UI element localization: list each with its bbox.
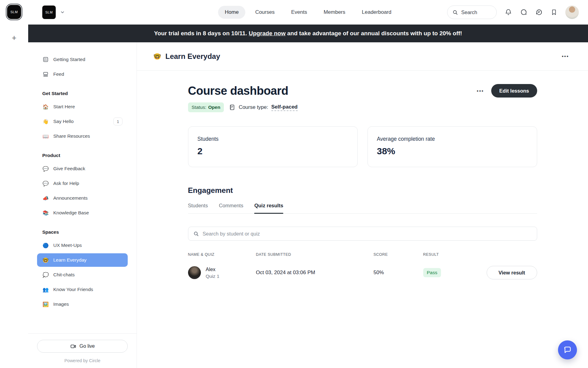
space-options-menu[interactable]: ••• [562, 54, 569, 59]
student-avatar [188, 266, 201, 279]
search-button[interactable]: Search [447, 6, 497, 19]
status-label: Status: [192, 105, 206, 110]
sidebar-item-label: Ask for Help [53, 181, 79, 186]
sidebar-item-learn-everyday[interactable]: 🤓 Learn Everyday [37, 253, 128, 267]
course-options-menu[interactable]: ••• [477, 88, 484, 94]
sidebar-item-getting-started[interactable]: Getting Started [37, 53, 128, 66]
go-live-label: Go live [80, 343, 95, 349]
engagement-title: Engagement [188, 186, 537, 195]
chevron-down-icon[interactable] [60, 10, 65, 15]
chat-bubble-icon [563, 346, 572, 354]
stat-card-completion-rate: Average completion rate 38% [368, 126, 537, 167]
nav-events[interactable]: Events [285, 6, 314, 19]
notifications-bell-icon[interactable] [505, 9, 512, 16]
activity-assistant-icon[interactable] [535, 9, 543, 16]
upgrade-now-link[interactable]: Upgrade now [249, 30, 285, 37]
search-label: Search [461, 10, 477, 15]
course-type-value[interactable]: Self-paced [271, 104, 298, 111]
user-avatar[interactable] [565, 6, 579, 19]
search-icon [193, 231, 199, 237]
community-logo[interactable]: SLM [42, 6, 56, 19]
edit-lessons-button[interactable]: Edit lessons [491, 84, 537, 98]
bookmark-icon[interactable] [551, 9, 557, 16]
speech-bubble-emoji-icon: 💬 [42, 181, 49, 186]
sidebar-item-label: Share Resources [53, 133, 90, 139]
app-root: SLM + SLM Home Courses Events Members Le… [0, 0, 588, 368]
student-name: Alex [206, 266, 220, 272]
nav-leaderboard[interactable]: Leaderboard [355, 6, 398, 19]
sidebar-item-chit-chats[interactable]: 💭 Chit-chats [37, 268, 128, 282]
powered-by-circle[interactable]: Powered by Circle [37, 358, 128, 363]
sidebar-item-label: Getting Started [53, 57, 85, 62]
house-emoji-icon: 🏠 [42, 104, 49, 110]
megaphone-emoji-icon: 📣 [42, 195, 49, 201]
trial-banner-text-after: and take advantage of our annual discoun… [286, 30, 462, 37]
result-pass-badge: Pass [423, 268, 441, 277]
nav-members[interactable]: Members [317, 6, 352, 19]
sidebar-item-share-resources[interactable]: 📖 Share Resources [37, 129, 128, 143]
sidebar-item-start-here[interactable]: 🏠 Start Here [37, 100, 128, 113]
community-switcher-active[interactable]: SLM [7, 5, 21, 19]
messages-chat-icon[interactable] [520, 9, 527, 16]
course-type-label: Course type: [239, 104, 268, 110]
tab-comments[interactable]: Comments [219, 203, 243, 213]
trial-banner: Your trial ends in 8 days on 10/11. Upgr… [28, 25, 588, 42]
course-meta-row: Status: Open Course type: Self-paced [188, 102, 537, 112]
community-logo-group[interactable]: SLM [42, 6, 65, 19]
sidebar-item-knowledge-base[interactable]: 📚 Knowledge Base [37, 206, 128, 220]
column-header-date-submitted: DATE SUBMITTED [256, 252, 374, 257]
community-rail: SLM + [0, 0, 28, 368]
sidebar-item-feed[interactable]: Feed [37, 67, 128, 81]
book-emoji-icon: 📖 [42, 133, 49, 139]
wave-emoji-icon: 👋 [42, 119, 49, 125]
sidebar-section-spaces: Spaces 🔵 UX Meet-Ups 🤓 Learn Everyday 💭 … [37, 229, 128, 311]
column-header-name-quiz: NAME & QUIZ [188, 252, 256, 257]
table-row: Alex Quiz 1 Oct 03, 2024 at 03:06 PM 50%… [188, 266, 537, 279]
tab-students[interactable]: Students [188, 203, 208, 213]
sidebar-item-ask-for-help[interactable]: 💬 Ask for Help [37, 177, 128, 190]
quiz-search-input[interactable] [203, 231, 532, 237]
main-column: SLM Home Courses Events Members Leaderbo… [28, 0, 588, 368]
view-result-button[interactable]: View result [487, 266, 537, 279]
sidebar-item-label: Learn Everyday [53, 257, 87, 263]
blue-circle-emoji-icon: 🔵 [42, 243, 49, 248]
unread-count-badge: 1 [113, 117, 123, 125]
sidebar-item-images[interactable]: 🖼️ Images [37, 297, 128, 311]
notebook-icon [229, 104, 236, 111]
date-submitted: Oct 03, 2024 at 03:06 PM [256, 270, 374, 276]
thought-bubble-emoji-icon: 💭 [42, 272, 49, 278]
sidebar-item-label: Announcements [53, 195, 88, 201]
nav-home[interactable]: Home [218, 6, 245, 19]
column-header-score: SCORE [374, 252, 423, 257]
space-title-text: Learn Everyday [165, 52, 220, 61]
column-header-result: RESULT [423, 252, 476, 257]
sidebar-item-label: UX Meet-Ups [53, 243, 82, 248]
space-title: 🤓 Learn Everyday [153, 52, 220, 61]
support-chat-button[interactable] [558, 340, 577, 359]
go-live-button[interactable]: Go live [37, 340, 128, 353]
sidebar-item-label: Feed [53, 71, 64, 77]
sidebar-section-title: Get Started [37, 91, 128, 96]
busts-emoji-icon: 👥 [42, 287, 49, 293]
sidebar-section-title: Product [37, 153, 128, 158]
books-emoji-icon: 📚 [42, 210, 49, 216]
main-content: 🤓 Learn Everyday ••• Course dashboard ••… [137, 42, 588, 368]
sidebar-section-title: Spaces [37, 229, 128, 235]
add-community-button[interactable]: + [12, 34, 16, 42]
sidebar-item-label: Chit-chats [53, 272, 75, 278]
sidebar-item-announcements[interactable]: 📣 Announcements [37, 191, 128, 205]
quiz-name: Quiz 1 [206, 274, 220, 279]
stats-row: Students 2 Average completion rate 38% [188, 126, 537, 167]
tab-quiz-results[interactable]: Quiz results [254, 203, 283, 213]
checklist-icon [42, 56, 49, 63]
sidebar-item-ux-meet-ups[interactable]: 🔵 UX Meet-Ups [37, 239, 128, 252]
sidebar-item-say-hello[interactable]: 👋 Say Hello 1 [37, 115, 128, 128]
speech-bubble-emoji-icon: 💬 [42, 166, 49, 172]
nav-courses[interactable]: Courses [248, 6, 281, 19]
video-camera-icon [70, 343, 77, 350]
sidebar-item-give-feedback[interactable]: 💬 Give Feedback [37, 162, 128, 175]
sidebar-footer: Go live Powered by Circle [28, 333, 137, 368]
sidebar-item-know-your-friends[interactable]: 👥 Know Your Friends [37, 283, 128, 296]
sidebar-item-label: Know Your Friends [53, 287, 93, 292]
status-value: Open [208, 105, 221, 110]
